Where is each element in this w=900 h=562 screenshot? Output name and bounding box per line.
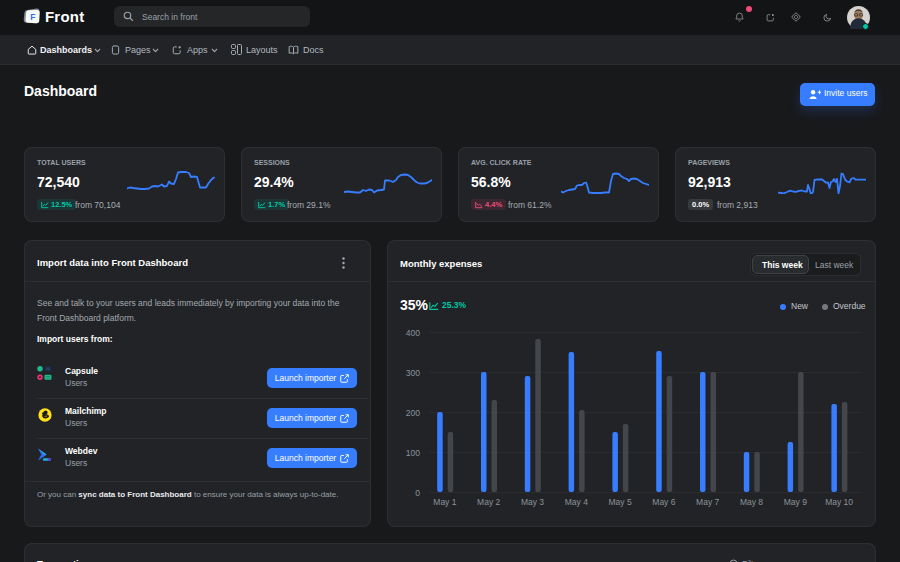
svg-text:May 1: May 1: [433, 497, 456, 507]
svg-text:May 4: May 4: [565, 497, 588, 507]
svg-text:100: 100: [406, 448, 420, 458]
svg-text:May 2: May 2: [477, 497, 500, 507]
svg-text:300: 300: [406, 368, 420, 378]
svg-text:May 7: May 7: [696, 497, 719, 507]
svg-text:May 10: May 10: [825, 497, 853, 507]
svg-text:400: 400: [406, 328, 420, 338]
svg-text:May 3: May 3: [521, 497, 544, 507]
svg-text:May 6: May 6: [652, 497, 675, 507]
svg-text:May 9: May 9: [784, 497, 807, 507]
svg-text:May 5: May 5: [609, 497, 632, 507]
svg-text:0: 0: [415, 488, 420, 498]
svg-text:F: F: [30, 12, 35, 22]
svg-text:200: 200: [406, 408, 420, 418]
svg-text:May 8: May 8: [740, 497, 763, 507]
